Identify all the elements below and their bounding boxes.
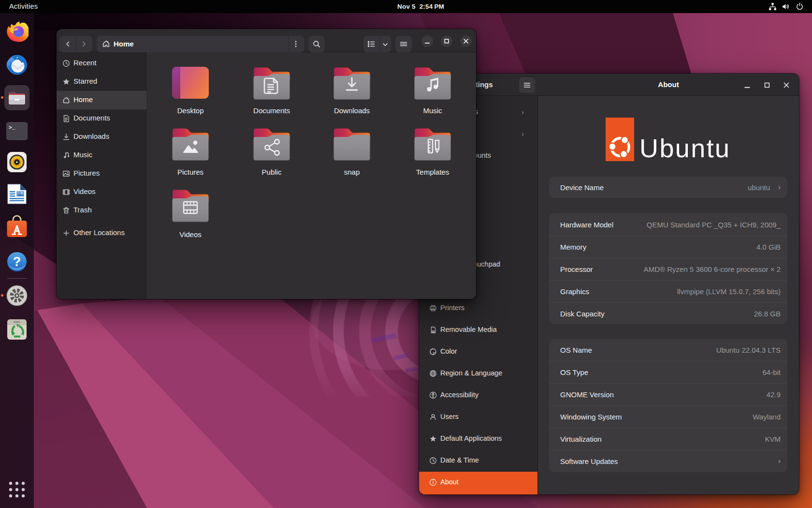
svg-text:?: ? — [13, 254, 21, 269]
svg-text:>_: >_ — [9, 125, 15, 131]
